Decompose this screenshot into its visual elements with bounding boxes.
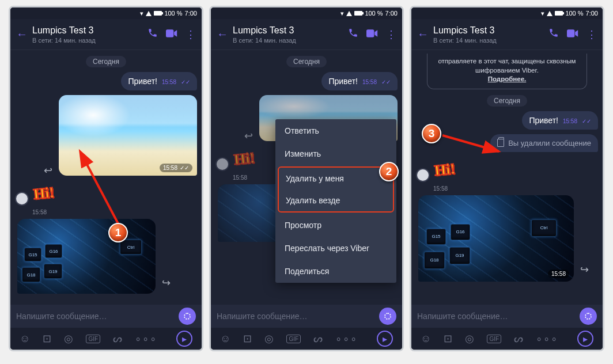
menu-item-delete-all[interactable]: Удалить везде [279,189,393,211]
video-icon[interactable] [166,28,177,40]
svg-rect-0 [166,29,173,37]
date-chip: Сегодня [487,95,527,107]
gallery-icon[interactable]: ⊡ [444,332,452,345]
svg-rect-3 [567,29,574,37]
camera-icon[interactable]: ◎ [64,332,73,345]
message-text: Привет! [529,116,558,125]
call-icon[interactable] [548,28,559,41]
clock-text: 7:00 [385,10,398,17]
voice-message-button[interactable]: ▸ [377,331,393,347]
sticker-icon[interactable]: ☺ [220,333,230,345]
signal-icon [547,11,553,16]
more-icon[interactable]: ⋮ [186,28,196,41]
battery-icon [555,11,563,16]
encryption-more-link[interactable]: Подробнее. [433,75,581,84]
keycap: G18 [22,267,40,282]
message-input[interactable] [217,312,374,321]
menu-item-share[interactable]: Поделиться [275,260,396,283]
chat-area: Сегодня Привет! 15:58 ✓✓ ↩ 15:58 ✓✓ Hi! … [10,50,202,305]
input-bar [211,305,402,328]
gif-icon[interactable]: GIF [487,335,501,343]
keycap: G16 [451,224,470,240]
message-out-text[interactable]: Привет! 15:58 ✓✓ [121,72,197,90]
menu-item-edit[interactable]: Изменить [275,142,396,165]
message-in-image[interactable]: G15 G16 G18 G19 Ctrl 15:58 [418,195,574,282]
message-input[interactable] [417,312,575,321]
battery-text: 100 % [565,10,583,17]
signal-icon [146,11,152,16]
app-bar: ← Lumpics Test 3 В сети: 14 мин. назад ⋮ [10,19,202,50]
app-bar: ← Lumpics Test 3 В сети: 14 мин. назад ⋮ [211,19,402,50]
battery-text: 100 % [164,10,182,17]
more-icon[interactable]: ⋮ [386,28,396,41]
svg-line-1 [85,161,119,225]
keycap: Ctrl [120,240,142,255]
menu-item-delete-me[interactable]: Удалить у меня [279,168,393,189]
video-icon[interactable] [366,28,378,40]
forward-icon[interactable]: ↪ [162,276,171,289]
screen-3: ▾ 100 % 7:00 ← Lumpics Test 3 В сети: 14… [410,6,604,351]
message-time: 15:58 [362,79,377,85]
encryption-notice[interactable]: отправляете в этот чат, защищены сквозны… [427,54,587,89]
forward-icon[interactable]: ↩ [44,164,52,177]
gif-icon[interactable]: GIF [86,335,100,343]
video-icon[interactable] [567,28,578,40]
back-button[interactable]: ← [417,28,433,41]
message-text: Привет! [128,77,157,86]
chat-title: Lumpics Test 3 [233,25,348,36]
voice-message-button[interactable]: ▸ [577,331,593,347]
highlighted-delete-group: Удалить у меня Удалить везде [278,166,394,213]
chat-title: Lumpics Test 3 [32,25,147,36]
doodle-icon[interactable]: ᔕ [313,332,323,345]
message-out-text[interactable]: Привет! 15:58 ✓✓ [321,72,398,90]
gallery-icon[interactable]: ⊡ [243,332,252,345]
more-attachments-icon[interactable]: ∘∘∘ [135,332,157,345]
camera-icon[interactable]: ◎ [465,332,474,345]
encryption-text: отправляете в этот чат, защищены сквозны… [438,58,576,74]
menu-item-reply[interactable]: Ответить [275,119,396,142]
call-icon[interactable] [348,28,358,41]
message-input[interactable] [16,312,174,321]
title-block[interactable]: Lumpics Test 3 В сети: 14 мин. назад [32,25,147,44]
more-attachments-icon[interactable]: ∘∘∘ [536,332,558,345]
back-button[interactable]: ← [217,28,233,41]
call-icon[interactable] [147,28,158,41]
sticker-hi: Hi! [31,180,56,207]
title-block[interactable]: Lumpics Test 3 В сети: 14 мин. назад [233,25,348,44]
message-out-text[interactable]: Привет! 15:58 ✓✓ [522,111,598,130]
back-button[interactable]: ← [16,28,32,41]
svg-rect-2 [366,29,374,37]
more-icon[interactable]: ⋮ [586,28,597,41]
battery-icon [354,11,362,16]
more-attachments-icon[interactable]: ∘∘∘ [335,332,358,345]
send-button[interactable] [179,308,196,325]
sticker-time: 15:58 [433,185,598,192]
screen-1: ▾ 100 % 7:00 ← Lumpics Test 3 В сети: 14… [9,6,203,351]
sticker-icon[interactable]: ☺ [20,333,30,345]
send-button[interactable] [379,308,396,325]
read-ticks-icon: ✓✓ [180,165,189,171]
chat-area: Сегодня Привет! 15:58 ✓✓ ↩ 15:58✓✓ Hi! 1… [211,50,402,305]
image-time: 15:58 [548,270,569,278]
chat-subtitle: В сети: 14 мин. назад [32,37,147,44]
forward-icon[interactable]: ↪ [580,263,589,276]
camera-icon[interactable]: ◎ [264,332,274,345]
voice-message-button[interactable]: ▸ [176,331,192,347]
avatar[interactable] [416,168,430,182]
avatar[interactable] [215,157,229,171]
title-block[interactable]: Lumpics Test 3 В сети: 14 мин. назад [433,25,548,44]
read-ticks-icon: ✓✓ [582,118,591,124]
sticker-icon[interactable]: ☺ [421,333,431,345]
keycap: G15 [24,248,41,261]
forward-icon[interactable]: ↩ [244,130,253,142]
gallery-icon[interactable]: ⊡ [43,332,51,345]
keycap: Ctrl [531,219,557,237]
menu-item-forward[interactable]: Переслать через Viber [275,237,396,260]
keycap: G16 [45,244,62,258]
send-button[interactable] [580,308,597,325]
gif-icon[interactable]: GIF [286,335,301,343]
doodle-icon[interactable]: ᔕ [113,332,122,345]
menu-item-view[interactable]: Просмотр [275,214,396,237]
doodle-icon[interactable]: ᔕ [514,332,523,345]
avatar[interactable] [15,192,29,206]
